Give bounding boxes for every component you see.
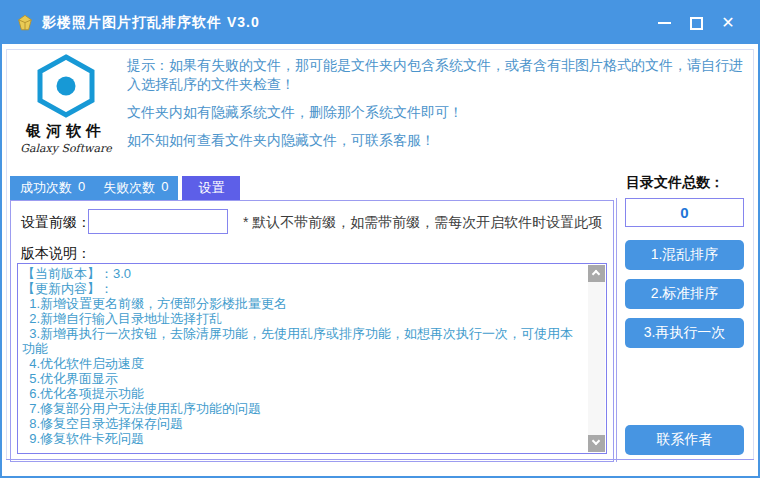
hexagon-logo-icon xyxy=(35,54,97,118)
brand-block: 银河软件 Galaxy Software xyxy=(10,54,122,155)
scroll-up-button[interactable] xyxy=(588,265,605,282)
tips-block: 提示：如果有失败的文件，那可能是文件夹内包含系统文件，或者含有非图片格式的文件，… xyxy=(127,56,746,159)
tab-bar: 成功次数 0 失败次数 0 设置 xyxy=(10,176,240,200)
tab-fail-count[interactable]: 失败次数 0 xyxy=(103,179,168,197)
app-gem-icon xyxy=(16,15,34,31)
settings-panel: 设置前缀： * 默认不带前缀，如需带前缀，需每次开启软件时设置此项 版本说明： … xyxy=(10,200,614,462)
minimize-button[interactable] xyxy=(648,2,680,44)
close-button[interactable]: ✕ xyxy=(712,2,744,44)
chevron-down-icon xyxy=(592,437,600,445)
tip-line-3: 如不知如何查看文件夹内隐藏文件，可联系客服！ xyxy=(127,131,746,150)
total-files-value: 0 xyxy=(625,198,744,227)
fail-count-label: 失败次数 xyxy=(103,179,155,197)
window-controls: ✕ xyxy=(648,2,758,44)
prefix-label: 设置前缀： xyxy=(21,214,91,232)
prefix-note: * 默认不带前缀，如需带前缀，需每次开启软件时设置此项 xyxy=(243,214,602,232)
app-window: 影楼照片图片打乱排序软件 V3.0 ✕ 银河软件 Galaxy Software… xyxy=(0,0,760,478)
tab-settings[interactable]: 设置 xyxy=(182,176,240,200)
panel-divider xyxy=(616,198,617,462)
prefix-input[interactable] xyxy=(88,209,228,234)
minimize-icon xyxy=(658,22,671,24)
actions-panel: 目录文件总数： 0 1.混乱排序 2.标准排序 3.再执行一次 联系作者 xyxy=(616,174,752,462)
brand-name-en: Galaxy Software xyxy=(10,142,122,155)
tab-success-count[interactable]: 成功次数 0 xyxy=(20,179,85,197)
tip-line-1: 提示：如果有失败的文件，那可能是文件夹内包含系统文件，或者含有非图片格式的文件，… xyxy=(127,56,746,94)
brand-name-cn: 银河软件 xyxy=(10,122,122,141)
maximize-icon xyxy=(690,17,703,30)
content-area: 银河软件 Galaxy Software 提示：如果有失败的文件，那可能是文件夹… xyxy=(4,44,756,474)
version-notes-text: 【当前版本】：3.0 【更新内容】： 1.新增设置更名前缀，方便部分影楼批量更名… xyxy=(22,266,584,451)
titlebar: 影楼照片图片打乱排序软件 V3.0 ✕ xyxy=(2,2,758,44)
tip-line-2: 文件夹内如有隐藏系统文件，删除那个系统文件即可！ xyxy=(127,103,746,122)
prefix-row: 设置前缀： * 默认不带前缀，如需带前缀，需每次开启软件时设置此项 xyxy=(11,209,613,235)
chevron-up-icon xyxy=(592,270,600,278)
success-count-value: 0 xyxy=(78,179,85,197)
shuffle-sort-button[interactable]: 1.混乱排序 xyxy=(625,240,744,270)
standard-sort-button[interactable]: 2.标准排序 xyxy=(625,279,744,309)
tab-settings-label: 设置 xyxy=(198,179,224,197)
version-notes-box: 【当前版本】：3.0 【更新内容】： 1.新增设置更名前缀，方便部分影楼批量更名… xyxy=(17,263,607,454)
total-files-label: 目录文件总数： xyxy=(626,174,724,192)
success-count-label: 成功次数 xyxy=(20,179,72,197)
fail-count-value: 0 xyxy=(161,179,168,197)
maximize-button[interactable] xyxy=(680,2,712,44)
window-title: 影楼照片图片打乱排序软件 V3.0 xyxy=(42,14,260,32)
version-notes-label: 版本说明： xyxy=(21,245,91,263)
bottom-divider xyxy=(6,459,754,460)
scroll-down-button[interactable] xyxy=(588,435,605,452)
tab-counters: 成功次数 0 失败次数 0 xyxy=(10,176,178,200)
notes-scrollbar[interactable] xyxy=(588,265,605,452)
contact-author-button[interactable]: 联系作者 xyxy=(625,425,744,455)
close-icon: ✕ xyxy=(721,15,734,31)
run-again-button[interactable]: 3.再执行一次 xyxy=(625,318,744,348)
